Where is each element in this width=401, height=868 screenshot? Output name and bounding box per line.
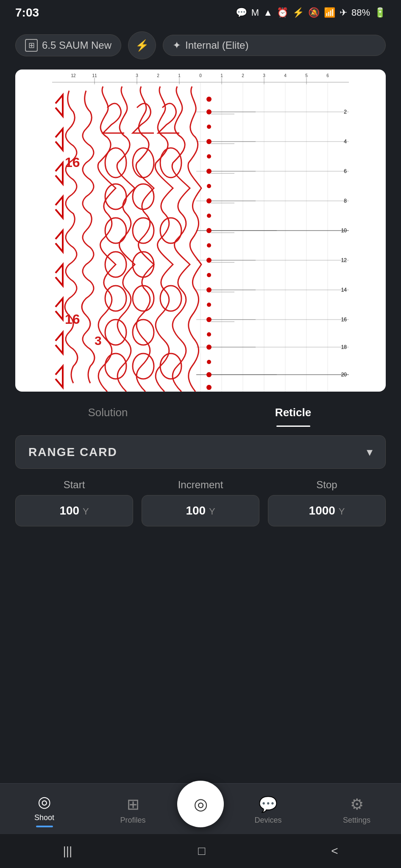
nav-devices[interactable]: 💬 Devices <box>224 796 312 825</box>
nav-profiles[interactable]: ⊞ Profiles <box>89 796 177 825</box>
android-home-button[interactable]: □ <box>198 844 205 858</box>
nav-settings[interactable]: ⚙ Settings <box>312 796 401 825</box>
profile-label: 6.5 SAUM New <box>42 39 111 51</box>
svg-text:20: 20 <box>341 372 347 378</box>
stop-input[interactable]: 1000 Y <box>268 495 386 526</box>
notification-icon: 💬 <box>236 7 247 18</box>
svg-text:2: 2 <box>344 109 347 115</box>
increment-field: Increment 100 Y <box>142 479 259 526</box>
increment-input[interactable]: 100 Y <box>142 495 259 526</box>
svg-text:6: 6 <box>344 168 347 174</box>
start-label: Start <box>64 479 85 491</box>
svg-point-59 <box>207 273 211 277</box>
svg-text:5: 5 <box>305 73 308 78</box>
shoot-icon: ◎ <box>38 793 51 811</box>
svg-text:3: 3 <box>95 334 102 348</box>
svg-point-64 <box>206 345 212 350</box>
svg-point-48 <box>206 109 212 114</box>
svg-point-52 <box>206 169 212 174</box>
status-time: 7:03 <box>15 6 39 19</box>
status-bar: 7:03 💬 M ▲ ⏰ ⚡ 🔕 📶 ✈ 88% 🔋 <box>0 0 401 25</box>
svg-text:4: 4 <box>284 73 287 78</box>
svg-point-47 <box>206 97 212 102</box>
view-tabs: Solution Reticle <box>15 398 386 427</box>
alarm-icon: ⏰ <box>277 7 288 18</box>
svg-text:16: 16 <box>65 312 80 327</box>
profiles-label: Profiles <box>120 816 145 825</box>
battery-level: 88% <box>351 7 370 18</box>
internal-selector[interactable]: ✦ Internal (Elite) <box>163 35 386 56</box>
svg-text:6: 6 <box>326 73 329 78</box>
svg-point-62 <box>206 317 212 322</box>
bluetooth-status-icon: ⚡ <box>292 7 304 18</box>
range-card-section: RANGE CARD ▾ Start 100 Y Increment 100 Y… <box>15 435 386 526</box>
range-card-dropdown[interactable]: RANGE CARD ▾ <box>15 435 386 469</box>
range-card-title: RANGE CARD <box>28 445 117 459</box>
devices-label: Devices <box>254 816 281 825</box>
chevron-down-icon: ▾ <box>367 445 373 459</box>
svg-point-60 <box>206 287 212 292</box>
bluetooth-button[interactable]: ⚡ <box>128 31 156 59</box>
svg-text:18: 18 <box>341 344 347 350</box>
status-icons: 💬 M ▲ ⏰ ⚡ 🔕 📶 ✈ 88% 🔋 <box>236 7 386 18</box>
svg-point-55 <box>207 214 211 218</box>
svg-point-67 <box>206 385 212 390</box>
svg-text:12: 12 <box>341 257 347 263</box>
center-shoot-button[interactable]: ◎ <box>177 781 224 827</box>
center-shoot-icon: ◎ <box>194 795 208 813</box>
reticle-canvas: 1211 32 10 12 34 56 2 4 <box>15 70 386 392</box>
svg-text:1: 1 <box>178 73 181 78</box>
increment-value: 100 <box>186 504 206 517</box>
profile-icon: ⊞ <box>25 39 38 52</box>
signal-icon: 📶 <box>324 7 335 18</box>
profile-selector[interactable]: ⊞ 6.5 SAUM New <box>15 34 121 56</box>
silent-icon: 🔕 <box>308 7 320 18</box>
wifi-icon: ▲ <box>263 7 273 18</box>
svg-point-54 <box>206 198 212 203</box>
svg-text:0: 0 <box>199 73 202 78</box>
android-navigation: ||| □ < <box>0 834 401 868</box>
top-bar: ⊞ 6.5 SAUM New ⚡ ✦ Internal (Elite) <box>0 25 401 65</box>
android-recent-button[interactable]: ||| <box>63 844 72 858</box>
settings-label: Settings <box>343 816 370 825</box>
svg-text:1: 1 <box>220 73 223 78</box>
svg-text:14: 14 <box>341 287 347 293</box>
bottom-navigation: ◎ Shoot ⊞ Profiles ◎ 💬 Devices ⚙ Setting… <box>0 783 401 834</box>
email-icon: M <box>251 7 259 18</box>
stop-label: Stop <box>316 479 337 491</box>
start-field: Start 100 Y <box>15 479 133 526</box>
svg-point-56 <box>206 228 212 233</box>
svg-text:3: 3 <box>263 73 265 78</box>
svg-text:8: 8 <box>344 198 347 204</box>
svg-point-57 <box>207 243 211 248</box>
stop-field: Stop 1000 Y <box>268 479 386 526</box>
svg-point-53 <box>207 184 211 188</box>
android-back-button[interactable]: < <box>331 844 338 858</box>
range-fields: Start 100 Y Increment 100 Y Stop 1000 Y <box>15 479 386 526</box>
bluetooth-icon: ⚡ <box>135 39 149 52</box>
svg-point-51 <box>207 154 211 159</box>
svg-text:16: 16 <box>65 155 80 170</box>
nav-shoot[interactable]: ◎ Shoot <box>0 793 89 827</box>
svg-text:12: 12 <box>71 73 76 78</box>
reticle-display: 1211 32 10 12 34 56 2 4 <box>15 70 386 392</box>
svg-text:16: 16 <box>341 317 347 323</box>
devices-icon: 💬 <box>259 796 278 813</box>
internal-icon: ✦ <box>173 39 181 51</box>
svg-point-63 <box>207 332 211 337</box>
svg-point-49 <box>207 125 211 129</box>
stop-value: 1000 <box>309 504 335 517</box>
svg-text:3: 3 <box>136 73 138 78</box>
svg-point-65 <box>207 360 211 364</box>
active-indicator <box>36 826 53 827</box>
airplane-icon: ✈ <box>340 7 347 18</box>
svg-point-66 <box>206 372 212 377</box>
start-value: 100 <box>59 504 79 517</box>
stop-unit: Y <box>339 506 345 517</box>
battery-icon: 🔋 <box>374 7 386 18</box>
tab-reticle[interactable]: Reticle <box>200 398 386 427</box>
svg-text:4: 4 <box>344 139 347 145</box>
start-input[interactable]: 100 Y <box>15 495 133 526</box>
tab-solution[interactable]: Solution <box>15 398 200 427</box>
svg-text:10: 10 <box>341 228 347 234</box>
